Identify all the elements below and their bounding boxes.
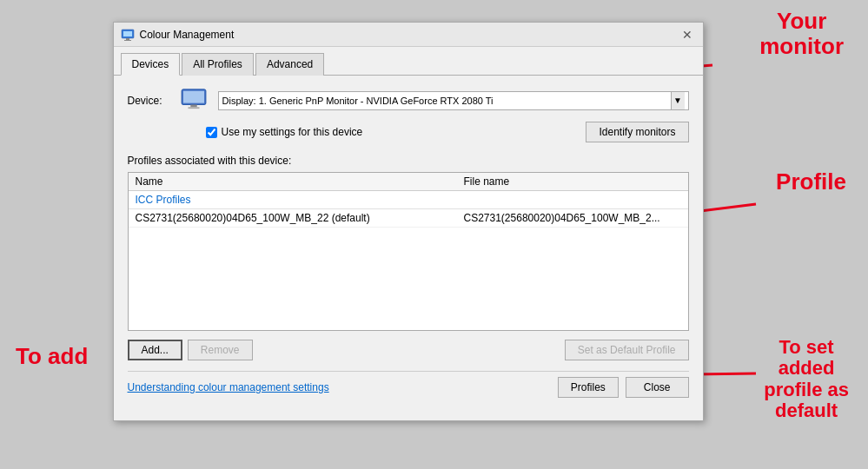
col-name-header: Name <box>136 175 464 188</box>
device-dropdown[interactable]: Display: 1. Generic PnP Monitor - NVIDIA… <box>218 91 689 110</box>
set-default-profile-button[interactable]: Set as Default Profile <box>565 340 689 360</box>
device-row: Device: Display: 1. Generic PnP Monitor … <box>128 88 689 113</box>
window-close-button[interactable]: ✕ <box>679 26 696 43</box>
tab-all-profiles[interactable]: All Profiles <box>182 53 254 76</box>
monitor-icon <box>180 88 209 113</box>
profile-name: CS2731(25680020)04D65_100W_MB_22 (defaul… <box>136 212 464 224</box>
device-label: Device: <box>128 95 171 107</box>
svg-rect-6 <box>182 91 203 103</box>
profiles-table: Name File name ICC Profiles CS2731(25680… <box>128 172 689 331</box>
profile-annotation: Profile <box>776 169 846 195</box>
understanding-link[interactable]: Understanding colour management settings <box>128 381 329 393</box>
bottom-buttons-row: Add... Remove Set as Default Profile <box>128 340 689 360</box>
to-set-annotation: To setaddedprofile asdefault <box>764 337 849 421</box>
footer-row: Understanding colour management settings… <box>128 371 689 398</box>
checkbox-label: Use my settings for this device <box>222 126 363 138</box>
tab-bar: Devices All Profiles Advanced <box>114 47 703 76</box>
device-dropdown-value: Display: 1. Generic PnP Monitor - NVIDIA… <box>222 96 671 106</box>
table-body: ICC Profiles CS2731(25680020)04D65_100W_… <box>129 191 688 330</box>
profile-filename: CS2731(25680020)04D65_100W_MB_2... <box>464 212 681 224</box>
add-button[interactable]: Add... <box>128 340 182 360</box>
col-filename-header: File name <box>464 175 681 188</box>
content-area: Device: Display: 1. Generic PnP Monitor … <box>114 76 703 410</box>
svg-rect-7 <box>190 105 196 108</box>
dropdown-arrow-icon: ▼ <box>671 92 685 109</box>
window-icon <box>121 28 135 42</box>
svg-rect-4 <box>124 40 131 41</box>
icc-profiles-section: ICC Profiles <box>129 191 688 209</box>
svg-rect-3 <box>126 38 129 40</box>
left-buttons: Add... Remove <box>128 340 253 360</box>
use-settings-checkbox[interactable] <box>206 127 217 138</box>
close-button[interactable]: Close <box>626 377 689 398</box>
identify-monitors-button[interactable]: Identify monitors <box>586 122 688 142</box>
checkbox-row: Use my settings for this device <box>206 126 363 138</box>
tab-devices[interactable]: Devices <box>121 53 181 76</box>
tab-advanced[interactable]: Advanced <box>255 53 324 76</box>
profiles-heading: Profiles associated with this device: <box>128 155 689 167</box>
remove-button[interactable]: Remove <box>188 340 253 360</box>
window-title: Colour Management <box>140 29 235 41</box>
table-row[interactable]: CS2731(25680020)04D65_100W_MB_22 (defaul… <box>129 209 688 228</box>
to-add-annotation: To add <box>16 344 88 369</box>
colour-management-window: Colour Management ✕ Devices All Profiles… <box>113 22 704 421</box>
title-bar: Colour Management ✕ <box>114 23 703 47</box>
svg-rect-8 <box>188 107 199 109</box>
profiles-button[interactable]: Profiles <box>558 377 619 398</box>
your-monitor-annotation: Yourmonitor <box>759 9 844 58</box>
table-header: Name File name <box>129 173 688 191</box>
svg-rect-2 <box>123 31 132 36</box>
